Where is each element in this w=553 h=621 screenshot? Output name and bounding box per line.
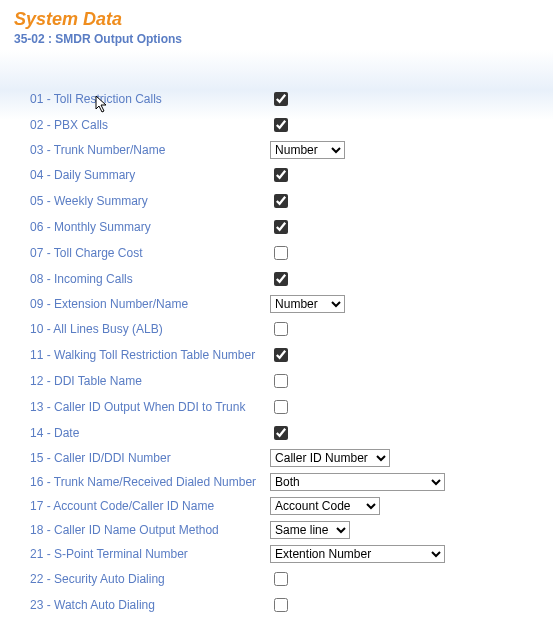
option-row: 16 - Trunk Name/Received Dialed NumberBo… (26, 470, 449, 494)
option-control-cell (266, 566, 449, 592)
option-control-cell (266, 162, 449, 188)
option-select[interactable]: Account Code (270, 497, 380, 515)
option-row: 06 - Monthly Summary (26, 214, 449, 240)
option-label: 06 - Monthly Summary (26, 214, 266, 240)
option-checkbox[interactable] (274, 246, 288, 260)
option-label: 15 - Caller ID/DDI Number (26, 446, 266, 470)
option-control-cell (266, 592, 449, 618)
options-table: 01 - Toll Restriction Calls02 - PBX Call… (26, 86, 449, 621)
option-label: 11 - Walking Toll Restriction Table Numb… (26, 342, 266, 368)
option-control-cell: Number (266, 138, 449, 162)
option-select[interactable]: Number (270, 295, 345, 313)
option-row: 12 - DDI Table Name (26, 368, 449, 394)
page-subtitle: 35-02 : SMDR Output Options (14, 32, 539, 46)
option-label: 04 - Daily Summary (26, 162, 266, 188)
option-label: 22 - Security Auto Dialing (26, 566, 266, 592)
option-control-cell: Same line (266, 518, 449, 542)
option-checkbox[interactable] (274, 374, 288, 388)
option-row: 23 - Watch Auto Dialing (26, 592, 449, 618)
option-checkbox[interactable] (274, 168, 288, 182)
option-row: 22 - Security Auto Dialing (26, 566, 449, 592)
option-row: 10 - All Lines Busy (ALB) (26, 316, 449, 342)
option-label: 08 - Incoming Calls (26, 266, 266, 292)
option-label: 16 - Trunk Name/Received Dialed Number (26, 470, 266, 494)
option-label: 12 - DDI Table Name (26, 368, 266, 394)
option-control-cell: Number (266, 292, 449, 316)
option-control-cell: Caller ID Number (266, 446, 449, 470)
option-label: 13 - Caller ID Output When DDI to Trunk (26, 394, 266, 420)
option-checkbox[interactable] (274, 348, 288, 362)
option-row: 14 - Date (26, 420, 449, 446)
option-row: 11 - Walking Toll Restriction Table Numb… (26, 342, 449, 368)
option-control-cell (266, 86, 449, 112)
option-checkbox[interactable] (274, 598, 288, 612)
option-row: 21 - S-Point Terminal NumberExtention Nu… (26, 542, 449, 566)
option-label: 07 - Toll Charge Cost (26, 240, 266, 266)
option-row: 01 - Toll Restriction Calls (26, 86, 449, 112)
option-select[interactable]: Number (270, 141, 345, 159)
option-control-cell (266, 112, 449, 138)
option-row: 18 - Caller ID Name Output MethodSame li… (26, 518, 449, 542)
option-checkbox[interactable] (274, 118, 288, 132)
option-control-cell: Both (266, 470, 449, 494)
option-checkbox[interactable] (274, 322, 288, 336)
option-label: 05 - Weekly Summary (26, 188, 266, 214)
option-checkbox[interactable] (274, 194, 288, 208)
option-control-cell (266, 316, 449, 342)
option-control-cell (266, 420, 449, 446)
option-row: 13 - Caller ID Output When DDI to Trunk (26, 394, 449, 420)
option-select[interactable]: Both (270, 473, 445, 491)
option-row: 03 - Trunk Number/NameNumber (26, 138, 449, 162)
option-label: 03 - Trunk Number/Name (26, 138, 266, 162)
option-label: 23 - Watch Auto Dialing (26, 592, 266, 618)
option-checkbox[interactable] (274, 272, 288, 286)
option-label: 14 - Date (26, 420, 266, 446)
option-label: 09 - Extension Number/Name (26, 292, 266, 316)
option-control-cell (266, 266, 449, 292)
option-row: 05 - Weekly Summary (26, 188, 449, 214)
option-row: 15 - Caller ID/DDI NumberCaller ID Numbe… (26, 446, 449, 470)
option-control-cell (266, 368, 449, 394)
option-select[interactable]: Same line (270, 521, 350, 539)
option-select[interactable]: Extention Number (270, 545, 445, 563)
option-checkbox[interactable] (274, 426, 288, 440)
option-control-cell (266, 394, 449, 420)
option-checkbox[interactable] (274, 92, 288, 106)
option-label: 17 - Account Code/Caller ID Name (26, 494, 266, 518)
option-label: 21 - S-Point Terminal Number (26, 542, 266, 566)
option-label: 18 - Caller ID Name Output Method (26, 518, 266, 542)
option-control-cell (266, 342, 449, 368)
option-control-cell (266, 188, 449, 214)
option-control-cell: Account Code (266, 494, 449, 518)
option-label: 02 - PBX Calls (26, 112, 266, 138)
option-select[interactable]: Caller ID Number (270, 449, 390, 467)
option-checkbox[interactable] (274, 220, 288, 234)
option-control-cell: Extention Number (266, 542, 449, 566)
option-control-cell (266, 240, 449, 266)
option-label: 01 - Toll Restriction Calls (26, 86, 266, 112)
option-row: 07 - Toll Charge Cost (26, 240, 449, 266)
option-label: 10 - All Lines Busy (ALB) (26, 316, 266, 342)
option-row: 04 - Daily Summary (26, 162, 449, 188)
option-row: 08 - Incoming Calls (26, 266, 449, 292)
option-checkbox[interactable] (274, 400, 288, 414)
option-row: 02 - PBX Calls (26, 112, 449, 138)
option-control-cell (266, 214, 449, 240)
page-title: System Data (14, 10, 539, 30)
option-row: 09 - Extension Number/NameNumber (26, 292, 449, 316)
option-row: 17 - Account Code/Caller ID NameAccount … (26, 494, 449, 518)
option-checkbox[interactable] (274, 572, 288, 586)
